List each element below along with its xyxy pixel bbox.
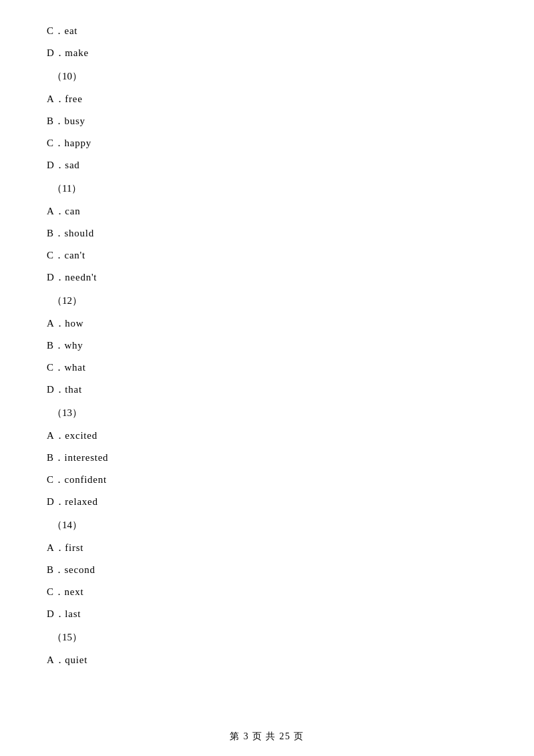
option-line: D．sad xyxy=(47,154,487,176)
option-line: B．why xyxy=(47,335,487,357)
main-content: C．eatD．make（10）A．freeB．busyC．happyD．sad（… xyxy=(0,0,534,711)
option-line: D．last xyxy=(47,603,487,625)
option-line: B．busy xyxy=(47,110,487,132)
question-number: （14） xyxy=(52,513,487,537)
option-line: B．interested xyxy=(47,447,487,469)
option-line: A．free xyxy=(47,88,487,110)
option-line: C．happy xyxy=(47,132,487,154)
option-line: D．needn't xyxy=(47,266,487,289)
option-line: C．confident xyxy=(47,469,487,491)
option-line: D．that xyxy=(47,379,487,401)
option-line: B．should xyxy=(47,222,487,244)
option-line: D．make xyxy=(47,42,487,64)
option-line: C．what xyxy=(47,357,487,379)
question-number: （11） xyxy=(52,176,487,200)
option-line: A．quiet xyxy=(47,649,487,671)
option-line: A．can xyxy=(47,200,487,222)
option-line: A．excited xyxy=(47,425,487,447)
question-number: （12） xyxy=(52,289,487,313)
question-number: （15） xyxy=(52,625,487,649)
option-line: C．can't xyxy=(47,244,487,266)
page-footer: 第 3 页 共 25 页 xyxy=(0,731,534,743)
option-line: B．second xyxy=(47,559,487,581)
option-line: C．eat xyxy=(47,20,487,42)
option-line: A．first xyxy=(47,537,487,559)
option-line: A．how xyxy=(47,313,487,335)
question-number: （10） xyxy=(52,64,487,88)
question-number: （13） xyxy=(52,401,487,425)
option-line: C．next xyxy=(47,581,487,603)
option-line: D．relaxed xyxy=(47,491,487,513)
